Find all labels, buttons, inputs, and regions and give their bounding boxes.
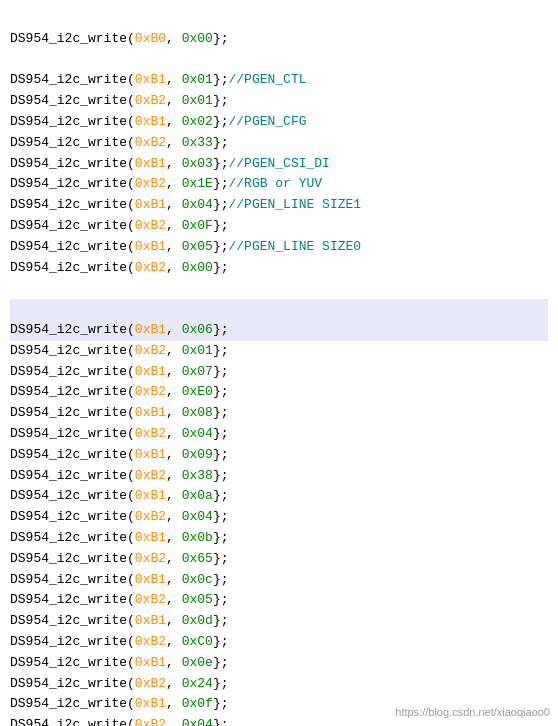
hex-orange-text: 0xB2 bbox=[135, 343, 166, 358]
fn-text: , bbox=[166, 239, 182, 254]
fn-text: }; bbox=[213, 717, 229, 726]
hex-green-text: 0x0e bbox=[182, 655, 213, 670]
code-line: DS954_i2c_write(0xB2, 0x65}; bbox=[10, 549, 548, 570]
hex-green-text: 0x06 bbox=[182, 322, 213, 337]
code-line: DS954_i2c_write(0xB2, 0x0F}; bbox=[10, 216, 548, 237]
comment-text: //PGEN_LINE SIZE1 bbox=[228, 197, 361, 212]
hex-green-text: 0x07 bbox=[182, 364, 213, 379]
fn-text: DS954_i2c_write( bbox=[10, 488, 135, 503]
fn-text: }; bbox=[213, 468, 229, 483]
hex-orange-text: 0xB2 bbox=[135, 676, 166, 691]
fn-text: }; bbox=[213, 676, 229, 691]
hex-orange-text: 0xB2 bbox=[135, 176, 166, 191]
hex-green-text: 0x03 bbox=[182, 156, 213, 171]
fn-text: }; bbox=[213, 31, 229, 46]
hex-green-text: 0xE0 bbox=[182, 384, 213, 399]
fn-text: }; bbox=[213, 655, 229, 670]
watermark: https://blog.csdn.net/xiaoqiaoo0 bbox=[395, 706, 550, 718]
fn-text: , bbox=[166, 384, 182, 399]
fn-text: DS954_i2c_write( bbox=[10, 176, 135, 191]
hex-green-text: 0x08 bbox=[182, 405, 213, 420]
fn-text: DS954_i2c_write( bbox=[10, 93, 135, 108]
hex-green-text: 0x04 bbox=[182, 197, 213, 212]
fn-text: , bbox=[166, 509, 182, 524]
fn-text: }; bbox=[213, 260, 229, 275]
fn-text: }; bbox=[213, 592, 229, 607]
fn-text: }; bbox=[213, 114, 229, 129]
hex-green-text: 0x0d bbox=[182, 613, 213, 628]
code-line: DS954_i2c_write(0xB2, 0x01}; bbox=[10, 91, 548, 112]
code-line: DS954_i2c_write(0xB1, 0x0d}; bbox=[10, 611, 548, 632]
hex-orange-text: 0xB2 bbox=[135, 717, 166, 726]
code-line: DS954_i2c_write(0xB1, 0x05};//PGEN_LINE … bbox=[10, 237, 548, 258]
code-line: DS954_i2c_write(0xB2, 0x01}; bbox=[10, 341, 548, 362]
hex-orange-text: 0xB1 bbox=[135, 322, 166, 337]
fn-text: DS954_i2c_write( bbox=[10, 31, 135, 46]
code-line: DS954_i2c_write(0xB1, 0x02};//PGEN_CFG bbox=[10, 112, 548, 133]
code-line bbox=[10, 299, 548, 320]
fn-text: DS954_i2c_write( bbox=[10, 343, 135, 358]
code-line: DS954_i2c_write(0xB2, 0x00}; bbox=[10, 258, 548, 279]
fn-text: }; bbox=[213, 530, 229, 545]
code-line: DS954_i2c_write(0xB1, 0x04};//PGEN_LINE … bbox=[10, 195, 548, 216]
fn-text: }; bbox=[213, 364, 229, 379]
hex-orange-text: 0xB1 bbox=[135, 696, 166, 711]
fn-text: , bbox=[166, 72, 182, 87]
fn-text: }; bbox=[213, 405, 229, 420]
hex-orange-text: 0xB2 bbox=[135, 135, 166, 150]
hex-green-text: 0x0a bbox=[182, 488, 213, 503]
fn-text: , bbox=[166, 364, 182, 379]
hex-green-text: 0x05 bbox=[182, 239, 213, 254]
code-line: DS954_i2c_write(0xB1, 0x0c}; bbox=[10, 570, 548, 591]
comment-text: //RGB or YUV bbox=[228, 176, 322, 191]
hex-green-text: 0x01 bbox=[182, 72, 213, 87]
code-line: DS954_i2c_write(0xB0, 0x00}; bbox=[10, 29, 548, 50]
hex-green-text: 0x0b bbox=[182, 530, 213, 545]
fn-text: }; bbox=[213, 322, 229, 337]
code-line: DS954_i2c_write(0xB2, 0x33}; bbox=[10, 133, 548, 154]
hex-orange-text: 0xB1 bbox=[135, 613, 166, 628]
code-line: DS954_i2c_write(0xB2, 0x04}; bbox=[10, 507, 548, 528]
fn-text: , bbox=[166, 31, 182, 46]
hex-orange-text: 0xB1 bbox=[135, 72, 166, 87]
hex-green-text: 0x04 bbox=[182, 426, 213, 441]
hex-green-text: 0x04 bbox=[182, 717, 213, 726]
fn-text: , bbox=[166, 592, 182, 607]
fn-text: }; bbox=[213, 384, 229, 399]
fn-text: DS954_i2c_write( bbox=[10, 239, 135, 254]
fn-text: }; bbox=[213, 488, 229, 503]
fn-text: DS954_i2c_write( bbox=[10, 530, 135, 545]
fn-text: , bbox=[166, 488, 182, 503]
code-line: DS954_i2c_write(0xB2, 0x05}; bbox=[10, 590, 548, 611]
fn-text: }; bbox=[213, 447, 229, 462]
hex-green-text: 0x33 bbox=[182, 135, 213, 150]
fn-text: }; bbox=[213, 176, 229, 191]
hex-orange-text: 0xB0 bbox=[135, 31, 166, 46]
comment-text: //PGEN_CFG bbox=[228, 114, 306, 129]
fn-text: DS954_i2c_write( bbox=[10, 509, 135, 524]
fn-text: DS954_i2c_write( bbox=[10, 384, 135, 399]
fn-text: , bbox=[166, 135, 182, 150]
hex-orange-text: 0xB2 bbox=[135, 634, 166, 649]
hex-orange-text: 0xB2 bbox=[135, 218, 166, 233]
comment-text: //PGEN_CTL bbox=[228, 72, 306, 87]
comment-text: //PGEN_CSI_DI bbox=[228, 156, 329, 171]
fn-text: DS954_i2c_write( bbox=[10, 322, 135, 337]
hex-orange-text: 0xB1 bbox=[135, 114, 166, 129]
hex-orange-text: 0xB1 bbox=[135, 156, 166, 171]
code-line: DS954_i2c_write(0xB2, 0x1E};//RGB or YUV bbox=[10, 174, 548, 195]
fn-text: DS954_i2c_write( bbox=[10, 364, 135, 379]
hex-green-text: 0x65 bbox=[182, 551, 213, 566]
hex-green-text: 0x0f bbox=[182, 696, 213, 711]
fn-text: DS954_i2c_write( bbox=[10, 114, 135, 129]
hex-green-text: 0xC0 bbox=[182, 634, 213, 649]
fn-text: , bbox=[166, 717, 182, 726]
hex-orange-text: 0xB1 bbox=[135, 197, 166, 212]
fn-text: }; bbox=[213, 72, 229, 87]
code-line: DS954_i2c_write(0xB2, 0xC0}; bbox=[10, 632, 548, 653]
fn-text: }; bbox=[213, 634, 229, 649]
code-line: DS954_i2c_write(0xB1, 0x03};//PGEN_CSI_D… bbox=[10, 154, 548, 175]
fn-text: DS954_i2c_write( bbox=[10, 468, 135, 483]
fn-text: DS954_i2c_write( bbox=[10, 156, 135, 171]
fn-text: DS954_i2c_write( bbox=[10, 613, 135, 628]
